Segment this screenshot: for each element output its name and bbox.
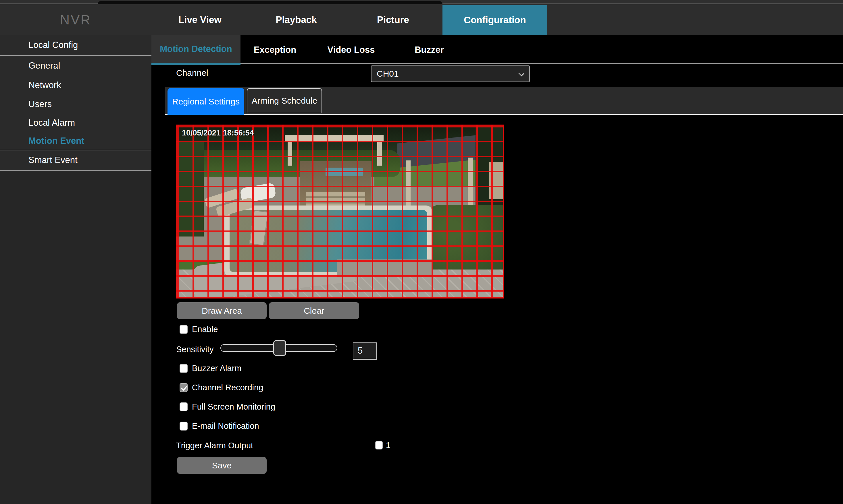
page: NVR Live View Playback Picture Configura… xyxy=(0,0,843,504)
nav-tab-picture[interactable]: Picture xyxy=(356,4,430,35)
tab-motion-detection[interactable]: Motion Detection xyxy=(151,35,240,65)
sidebar-item-network[interactable]: Network xyxy=(0,76,151,95)
sidebar-item-local-alarm[interactable]: Local Alarm xyxy=(0,114,151,132)
sidebar-item-motion-event[interactable]: Motion Event xyxy=(0,132,151,150)
sidebar-item-smart-event[interactable]: Smart Event xyxy=(0,150,151,170)
tab-video-loss[interactable]: Video Loss xyxy=(309,35,393,65)
video-timestamp: 10/05/2021 18:56:54 xyxy=(182,129,254,138)
buzzer-alarm-checkbox[interactable] xyxy=(179,364,188,373)
trigger-alarm-output-label: Trigger Alarm Output xyxy=(176,441,253,450)
full-screen-monitoring-checkbox[interactable] xyxy=(179,402,188,411)
sidebar: Local Config Local Config Channel Storag… xyxy=(0,35,151,504)
tab-regional-settings[interactable]: Regional Settings xyxy=(168,88,244,115)
sensitivity-label: Sensitivity xyxy=(176,345,214,354)
draw-area-button[interactable]: Draw Area xyxy=(177,302,266,319)
nvr-logo: NVR xyxy=(0,4,151,35)
nav-tab-live-view[interactable]: Live View xyxy=(160,4,240,35)
channel-select-value: CH01 xyxy=(377,69,399,79)
enable-checkbox[interactable] xyxy=(179,325,188,334)
browser-strip xyxy=(0,0,843,4)
channel-select[interactable]: CH01 xyxy=(371,66,530,82)
clear-button[interactable]: Clear xyxy=(269,302,359,319)
tab-buzzer[interactable]: Buzzer xyxy=(393,35,466,65)
sidebar-item-local-config-sub[interactable]: Local Config xyxy=(0,35,151,56)
trigger-output-1-checkbox[interactable] xyxy=(375,441,383,449)
subnav-underline xyxy=(240,64,843,64)
trigger-output-1-label: 1 xyxy=(386,440,391,450)
full-screen-monitoring-label: Full Screen Monitoring xyxy=(192,402,275,412)
tab-arming-schedule[interactable]: Arming Schedule xyxy=(247,88,322,113)
tab-exception[interactable]: Exception xyxy=(240,35,309,65)
main-nav: NVR Live View Playback Picture Configura… xyxy=(0,4,843,35)
buzzer-alarm-label: Buzzer Alarm xyxy=(192,364,241,373)
channel-recording-checkbox[interactable] xyxy=(179,383,188,392)
sidebar-filler xyxy=(0,170,151,347)
channel-recording-label: Channel Recording xyxy=(192,383,263,392)
video-preview: 10/05/2021 18:56:54 xyxy=(176,125,504,299)
nav-tab-configuration[interactable]: Configuration xyxy=(443,5,547,35)
browser-tab-inset xyxy=(98,1,443,4)
motion-grid-overlay[interactable] xyxy=(176,125,504,299)
chevron-down-icon xyxy=(518,71,524,76)
sidebar-item-general[interactable]: General xyxy=(0,56,151,76)
nav-tab-playback[interactable]: Playback xyxy=(257,4,335,35)
subnav: Motion Detection Exception Video Loss Bu… xyxy=(151,35,843,65)
sensitivity-slider-thumb[interactable] xyxy=(273,340,286,356)
region-tabstrip: Regional Settings Arming Schedule xyxy=(165,87,843,115)
sensitivity-value-input[interactable]: 5 xyxy=(353,342,377,360)
email-notification-checkbox[interactable] xyxy=(179,421,188,431)
email-notification-label: E-mail Notification xyxy=(192,421,259,431)
channel-label: Channel xyxy=(176,68,208,78)
main-content: Motion Detection Exception Video Loss Bu… xyxy=(151,35,843,504)
save-button[interactable]: Save xyxy=(177,457,266,474)
sidebar-item-users[interactable]: Users xyxy=(0,95,151,114)
enable-label: Enable xyxy=(192,325,218,334)
